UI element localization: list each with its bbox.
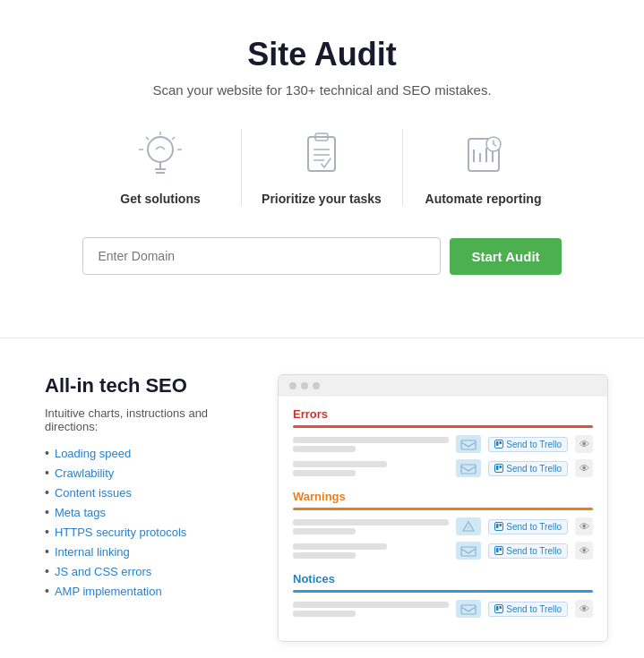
svg-rect-36: [496, 548, 499, 552]
eye-btn-3[interactable]: 👁: [575, 517, 593, 535]
card-section-errors: Errors Send to Trello: [293, 407, 593, 477]
error-row-1-lines: [293, 437, 449, 452]
gray-line: [293, 437, 449, 443]
bottom-description: Intuitive charts, instructions and direc…: [45, 406, 242, 433]
start-audit-button[interactable]: Start Audit: [450, 238, 561, 275]
svg-rect-28: [496, 466, 499, 470]
notice-row-1: Send to Trello 👁: [293, 600, 593, 618]
svg-rect-25: [500, 441, 502, 444]
feature-list-item[interactable]: Content issues: [45, 485, 242, 500]
feature-list-item[interactable]: Internal linking: [45, 544, 242, 559]
eye-btn-1[interactable]: 👁: [575, 435, 593, 453]
trello-btn-4[interactable]: Send to Trello: [488, 543, 568, 559]
gray-line: [293, 461, 387, 467]
error-row-1: Send to Trello 👁: [293, 435, 593, 453]
svg-rect-35: [495, 547, 503, 555]
features-row: Get solutions Prioritize your tasks: [18, 129, 626, 206]
audit-card: Errors Send to Trello: [278, 374, 608, 642]
hero-section: Site Audit Scan your website for 130+ te…: [0, 0, 644, 302]
gray-line: [293, 602, 449, 608]
notice-row-1-icon: [456, 600, 481, 618]
warning-row-1: Send to Trello 👁: [293, 517, 593, 535]
svg-point-0: [148, 137, 173, 162]
feature-list-item[interactable]: Meta tags: [45, 505, 242, 519]
right-column: Errors Send to Trello: [278, 374, 608, 642]
svg-rect-32: [496, 524, 499, 528]
feature-list-item[interactable]: JS and CSS errors: [45, 564, 242, 578]
domain-input[interactable]: [82, 237, 441, 275]
errors-bar: [293, 425, 593, 428]
left-column: All-in tech SEO Intuitive charts, instru…: [45, 374, 242, 603]
svg-line-7: [146, 137, 149, 140]
warning-row-2-icon: [456, 542, 481, 560]
titlebar-dot-3: [313, 382, 320, 389]
svg-rect-31: [495, 523, 503, 531]
feature-list-item[interactable]: Crawlability: [45, 466, 242, 480]
feature-list-item[interactable]: HTTPS security protocols: [45, 525, 242, 539]
svg-rect-38: [461, 605, 476, 614]
error-row-1-icon: [456, 435, 481, 453]
svg-rect-39: [495, 605, 503, 613]
card-section-notices: Notices Send to Trello: [293, 572, 593, 618]
page-title: Site Audit: [18, 36, 626, 73]
svg-rect-26: [461, 465, 476, 474]
eye-btn-5[interactable]: 👁: [575, 600, 593, 618]
gray-line-short: [293, 446, 356, 452]
warning-row-1-lines: [293, 519, 449, 534]
notice-row-1-lines: [293, 602, 449, 617]
tasks-icon: [295, 129, 348, 183]
feature-prioritize-label: Prioritize your tasks: [262, 192, 382, 206]
errors-label: Errors: [293, 407, 593, 421]
gray-line-short: [293, 470, 356, 476]
gray-line: [293, 519, 449, 526]
lightbulb-icon: [133, 129, 187, 183]
svg-rect-37: [500, 548, 502, 551]
reporting-icon: [457, 129, 511, 183]
svg-rect-22: [461, 440, 476, 449]
trello-btn-5[interactable]: Send to Trello: [488, 602, 568, 617]
svg-rect-9: [308, 137, 335, 171]
feature-automate-reporting: Automate reporting: [403, 129, 564, 206]
feature-get-solutions-label: Get solutions: [120, 192, 200, 206]
warnings-bar: [293, 508, 593, 510]
gray-line-short: [293, 552, 356, 559]
warning-row-1-icon: [456, 517, 481, 535]
bottom-title: All-in tech SEO: [45, 374, 242, 397]
card-body: Errors Send to Trello: [279, 397, 607, 641]
titlebar-dot-2: [301, 382, 308, 389]
feature-list: Loading speedCrawlabilityContent issuesM…: [45, 446, 242, 598]
svg-rect-27: [495, 465, 503, 473]
card-section-warnings: Warnings Send to Trello: [293, 490, 593, 560]
hero-subtitle: Scan your website for 130+ technical and…: [18, 82, 626, 98]
warnings-label: Warnings: [293, 490, 593, 503]
search-row: Start Audit: [18, 237, 626, 275]
feature-automate-label: Automate reporting: [425, 192, 542, 206]
warning-row-2-lines: [293, 543, 449, 559]
card-titlebar: [279, 375, 607, 397]
feature-list-item[interactable]: AMP implementation: [45, 584, 242, 598]
eye-btn-4[interactable]: 👁: [575, 542, 593, 560]
feature-prioritize-tasks: Prioritize your tasks: [242, 129, 403, 206]
trello-btn-2[interactable]: Send to Trello: [488, 461, 568, 476]
gray-line-short: [293, 528, 356, 534]
svg-rect-40: [496, 606, 499, 611]
feature-get-solutions: Get solutions: [81, 129, 242, 206]
eye-btn-2[interactable]: 👁: [575, 459, 593, 477]
bottom-section: All-in tech SEO Intuitive charts, instru…: [0, 338, 644, 658]
svg-rect-24: [496, 441, 499, 446]
error-row-2-icon: [456, 459, 481, 477]
gray-line: [293, 543, 387, 550]
trello-btn-1[interactable]: Send to Trello: [488, 437, 568, 452]
error-row-2-lines: [293, 461, 449, 476]
warning-row-2: Send to Trello 👁: [293, 542, 593, 560]
trello-btn-3[interactable]: Send to Trello: [488, 519, 568, 534]
svg-rect-41: [500, 606, 502, 609]
svg-line-5: [172, 137, 175, 140]
svg-rect-33: [500, 524, 502, 526]
notices-bar: [293, 590, 593, 593]
error-row-2: Send to Trello 👁: [293, 459, 593, 477]
svg-rect-29: [500, 466, 502, 468]
gray-line-short: [293, 611, 356, 617]
feature-list-item[interactable]: Loading speed: [45, 446, 242, 460]
notices-label: Notices: [293, 572, 593, 585]
